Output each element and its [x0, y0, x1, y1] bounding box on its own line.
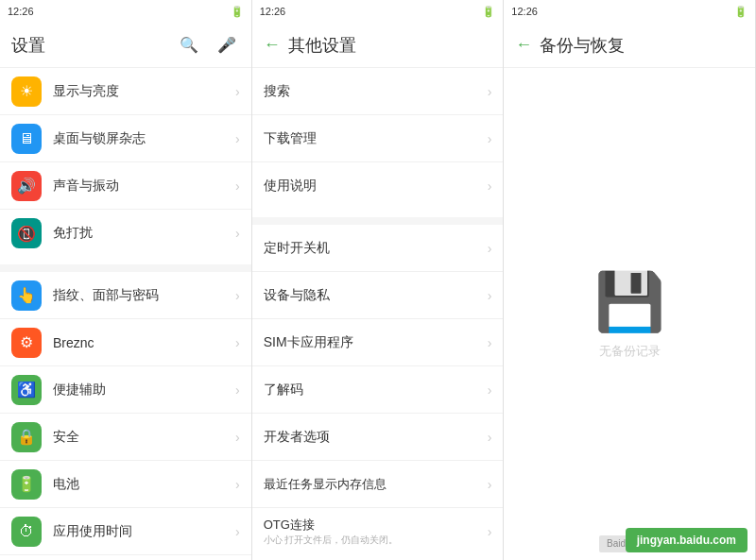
list-item-usage[interactable]: 使用说明 ›	[252, 162, 504, 210]
list-item-accessibility[interactable]: ♿ 便捷辅助 ›	[0, 366, 251, 414]
panel2-title: 其他设置	[288, 34, 492, 57]
sound-icon: 🔊	[11, 171, 42, 201]
list-item-sim[interactable]: SIM卡应用程序 ›	[252, 319, 504, 366]
arrow-battery: ›	[235, 477, 240, 492]
list-item-timer[interactable]: 定时开关机 ›	[252, 225, 504, 272]
breznc-icon: ⚙	[11, 328, 42, 358]
arrow-sound: ›	[235, 178, 240, 194]
otg-label: OTG连接	[264, 517, 488, 534]
sim-label: SIM卡应用程序	[264, 334, 488, 351]
arrow-security: ›	[235, 430, 240, 445]
arrow-developer: ›	[488, 430, 492, 445]
dnd-label: 免打扰	[53, 225, 235, 242]
desktop-icon: 🖥	[11, 124, 42, 154]
arrow-qrcode: ›	[488, 382, 492, 398]
screen-time-icon: ⏱	[11, 517, 42, 547]
empty-state: 💾 无备份记录	[504, 68, 755, 560]
bottom-badge[interactable]: jingyan.baidu.com	[626, 528, 747, 552]
battery-icon: 🔋	[11, 469, 42, 500]
list-item-sound[interactable]: 🔊 声音与振动 ›	[0, 162, 251, 210]
other-divider-1	[252, 217, 504, 225]
otg-note: 小心 打开文件后，仍自动关闭。	[264, 534, 488, 547]
arrow-download: ›	[488, 131, 492, 146]
header-1: 设置 🔍 🎤	[0, 23, 251, 68]
list-item-battery[interactable]: 🔋 电池 ›	[0, 461, 251, 508]
desktop-label: 桌面与锁屏杂志	[53, 130, 235, 147]
list-item-brightness[interactable]: ☀ 显示与亮度 ›	[0, 68, 251, 115]
mic-icon[interactable]: 🎤	[214, 32, 240, 59]
battery-label: 电池	[53, 476, 235, 493]
arrow-timer: ›	[488, 241, 492, 256]
list-item-desktop[interactable]: 🖥 桌面与锁屏杂志 ›	[0, 115, 251, 162]
arrow-privacy: ›	[488, 288, 492, 303]
developer-label: 开发者选项	[264, 429, 488, 446]
arrow-desktop: ›	[235, 131, 240, 146]
status-time-2: 12:26	[260, 6, 286, 17]
search-icon[interactable]: 🔍	[176, 32, 202, 59]
panel3-title: 备份与恢复	[540, 34, 744, 57]
status-bar-1: 12:26 🔋	[0, 0, 251, 23]
panel1-title: 设置	[11, 34, 176, 57]
list-item-screen-time[interactable]: ⏱ 应用使用时间 ›	[0, 508, 251, 555]
screen-time-label: 应用使用时间	[53, 523, 235, 540]
status-time-3: 12:26	[511, 6, 538, 17]
arrow-usage: ›	[488, 178, 492, 194]
panel-backup: 12:26 🔋 ← 备份与恢复 💾 无备份记录 Baidu 经验 jingyan…	[504, 0, 756, 560]
qrcode-label: 了解码	[264, 382, 488, 399]
panel-other-settings: 12:26 🔋 ← 其他设置 搜索 › 下载管理 › 使用说明 › 定时开关机 …	[252, 0, 505, 560]
arrow-brightness: ›	[235, 84, 240, 99]
status-icons-1: 🔋	[231, 6, 244, 18]
arrow-search: ›	[488, 84, 492, 99]
list-item-privacy[interactable]: 设备与隐私 ›	[252, 272, 504, 319]
empty-icon: 💾	[594, 268, 665, 335]
arrow-accessibility: ›	[235, 382, 240, 398]
section-1: ☀ 显示与亮度 › 🖥 桌面与锁屏杂志 › 🔊 声音与振动 › 📵 免打扰 ›	[0, 68, 251, 257]
list-item-search[interactable]: 搜索 ›	[252, 68, 504, 115]
security-icon: 🔒	[11, 422, 42, 452]
arrow-screen-time: ›	[235, 524, 240, 539]
back-btn-3[interactable]: ←	[515, 35, 532, 55]
timer-label: 定时开关机	[264, 240, 488, 257]
header-3: ← 备份与恢复	[504, 23, 755, 68]
settings-list: ☀ 显示与亮度 › 🖥 桌面与锁屏杂志 › 🔊 声音与振动 › 📵 免打扰 ›	[0, 68, 251, 560]
brightness-icon: ☀	[11, 76, 42, 107]
list-item-download[interactable]: 下载管理 ›	[252, 115, 504, 162]
header-icons-1: 🔍 🎤	[176, 32, 240, 59]
arrow-fingerprint: ›	[235, 288, 240, 303]
status-icons-2: 🔋	[482, 6, 495, 18]
other-section-1: 搜索 › 下载管理 › 使用说明 ›	[252, 68, 504, 210]
panel-settings: 12:26 🔋 设置 🔍 🎤 ☀ 显示与亮度 › 🖥 桌面与锁屏杂志 › 🔊 声…	[0, 0, 252, 560]
arrow-otg: ›	[488, 524, 492, 539]
status-time-1: 12:26	[8, 6, 34, 17]
list-item-memory[interactable]: 最近任务显示内存信息 ›	[252, 461, 504, 508]
list-item-otg[interactable]: OTG连接 小心 打开文件后，仍自动关闭。 ›	[252, 508, 504, 555]
section-2: 👆 指纹、面部与密码 › ⚙ Breznc › ♿ 便捷辅助 › 🔒 安全 › …	[0, 272, 251, 560]
search-label: 搜索	[264, 83, 488, 100]
arrow-sim: ›	[488, 335, 492, 350]
list-item-security[interactable]: 🔒 安全 ›	[0, 414, 251, 461]
fingerprint-icon: 👆	[11, 280, 42, 311]
list-item-fingerprint[interactable]: 👆 指纹、面部与密码 ›	[0, 272, 251, 319]
divider-1	[0, 264, 251, 272]
dnd-icon: 📵	[11, 218, 42, 248]
list-item-language[interactable]: 🌐 语言 简体中文 ›	[0, 555, 251, 560]
arrow-dnd: ›	[235, 226, 240, 241]
privacy-label: 设备与隐私	[264, 287, 488, 304]
header-2: ← 其他设置	[252, 23, 504, 68]
list-item-breznc[interactable]: ⚙ Breznc ›	[0, 319, 251, 366]
status-bar-2: 12:26 🔋	[252, 0, 504, 23]
brightness-label: 显示与亮度	[53, 83, 235, 100]
status-bar-3: 12:26 🔋	[504, 0, 755, 23]
accessibility-label: 便捷辅助	[53, 382, 235, 399]
status-icons-3: 🔋	[734, 6, 747, 18]
fingerprint-label: 指纹、面部与密码	[53, 287, 235, 304]
accessibility-icon: ♿	[11, 375, 42, 405]
list-item-developer[interactable]: 开发者选项 ›	[252, 414, 504, 461]
list-item-qrcode[interactable]: 了解码 ›	[252, 366, 504, 414]
memory-label: 最近任务显示内存信息	[264, 476, 488, 493]
arrow-breznc: ›	[235, 335, 240, 350]
back-btn-2[interactable]: ←	[264, 35, 281, 55]
list-item-dnd[interactable]: 📵 免打扰 ›	[0, 210, 251, 257]
sound-label: 声音与振动	[53, 178, 235, 195]
arrow-memory: ›	[488, 477, 492, 492]
